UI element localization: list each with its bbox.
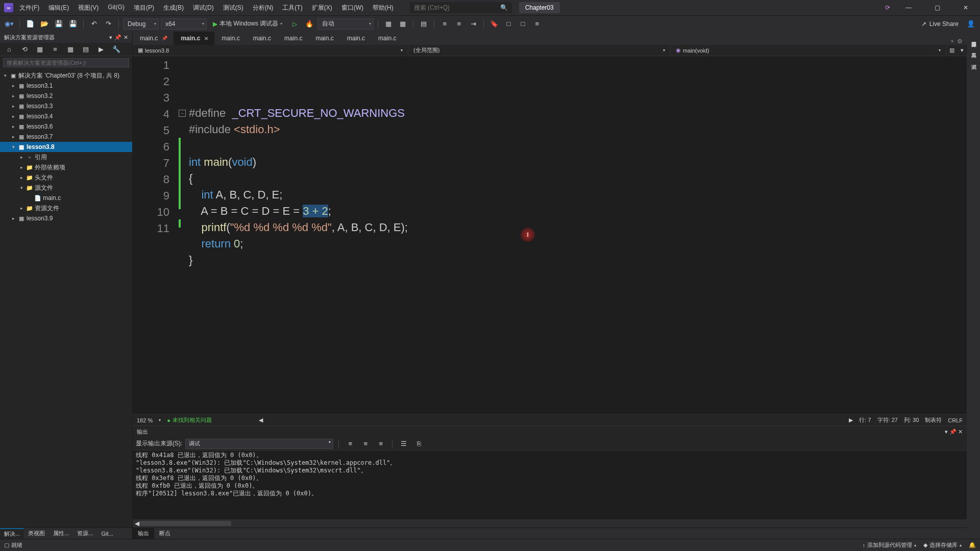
sidebar-tab[interactable]: 解决... [0,528,24,539]
zoom-chevron-icon[interactable]: ▾ [159,418,161,422]
minimize-button[interactable]: — [898,1,919,15]
tb-icon-5[interactable]: □ [517,18,529,30]
out-clear-icon[interactable]: ≡ [359,438,372,450]
auto-hide-icon[interactable]: 📌 [114,34,121,41]
code-line[interactable]: #include <stdio.h> [189,121,408,138]
code-line[interactable]: A = B = C = D = E = 3 + 2; [189,203,408,219]
rail-button[interactable]: 测试 [969,58,978,62]
rail-button[interactable]: 工具箱 [969,47,978,51]
undo-icon[interactable]: ↶ [88,18,100,30]
menu-item[interactable]: 帮助(H) [369,2,398,14]
repo-button[interactable]: ◆ 选择存储库 ▴ [923,541,962,549]
out-find-icon[interactable]: ≡ [344,438,356,450]
tb-icon-2[interactable]: ▦ [397,18,409,30]
editor-tab[interactable]: main.c [308,32,339,45]
solution-node[interactable]: ▾▣解决方案 'Chapter03' (8 个项目, 共 8) [0,70,132,81]
out-wrap-icon[interactable]: ≡ [375,438,387,450]
sync-icon[interactable]: ⟳ [885,4,890,11]
project-folder[interactable]: ▸📁头文件 [0,172,132,183]
fold-icon[interactable]: − [179,110,186,117]
scroll-left-icon[interactable]: ◀ [259,417,263,423]
tab-menu-icon[interactable]: ⚙ [957,38,963,45]
editor-tab[interactable]: main.c✕ [174,32,214,45]
code-line[interactable]: int main(void) [189,154,408,170]
zoom-level[interactable]: 182 % [137,417,153,423]
project-folder[interactable]: ▸📁外部依赖项 [0,162,132,172]
expand-icon[interactable]: ▾ [958,47,967,54]
close-panel-icon[interactable]: ✕ [124,34,128,41]
bookmark-icon[interactable]: 🔖 [488,18,500,30]
project-folder[interactable]: ▸▫引用 [0,152,132,162]
new-file-icon[interactable]: 📄 [24,18,36,30]
menu-item[interactable]: Git(G) [104,2,129,14]
code-line[interactable]: return 0; [189,236,408,252]
expand-icon[interactable]: ▸ [10,83,16,88]
output-hscroll[interactable]: ◀ [133,519,967,528]
expand-icon[interactable]: ▸ [10,216,16,221]
menu-item[interactable]: 窗口(W) [337,2,368,14]
save-all-icon[interactable]: 💾 [67,18,79,30]
sidebar-tab[interactable]: 属性... [49,528,73,539]
tb-icon-3[interactable]: ▤ [418,18,430,30]
maximize-button[interactable]: ▢ [927,1,947,15]
close-button[interactable]: ✕ [955,1,976,15]
sidebar-tab[interactable]: 资源... [73,528,97,539]
scroll-right-icon[interactable]: ▶ [849,417,853,423]
menu-item[interactable]: 编辑(E) [44,2,73,14]
project-node[interactable]: ▸▦lesson3.4 [0,111,132,121]
out-opt-icon[interactable]: ☰ [398,438,410,450]
editor-tab[interactable]: main.c [246,32,277,45]
editor-tab[interactable]: main.c [277,32,308,45]
expand-icon[interactable]: ▾ [2,73,8,78]
output-text[interactable]: 线程 0x41a8 已退出，返回值为 0 (0x0)。 "lesson3.8.e… [133,450,967,519]
code-line[interactable]: printf("%d %d %d %d %d", A, B, C, D, E); [189,219,408,236]
menu-item[interactable]: 调试(D) [189,2,218,14]
sidebar-tab[interactable]: Git... [97,528,117,539]
solution-search-input[interactable] [3,58,129,67]
rail-button[interactable]: 服务器资源管理器 [969,36,978,40]
tb-se-5[interactable]: ▶ [95,43,107,56]
tb-icon-4[interactable]: □ [502,18,514,30]
function-context[interactable]: ◉ main(void) ▾ [671,46,946,55]
back-icon[interactable]: ◉▾ [3,18,15,30]
out-close-icon[interactable]: ✕ [958,429,963,435]
project-node[interactable]: ▸▦lesson3.1 [0,81,132,91]
line-ending[interactable]: CRLF [948,417,963,423]
project-node[interactable]: ▸▦lesson3.6 [0,121,132,132]
project-folder[interactable]: ▾📁源文件 [0,183,132,193]
expand-icon[interactable]: ▸ [10,93,16,98]
redo-icon[interactable]: ↷ [102,18,114,30]
source-file[interactable]: 📄main.c [0,193,132,203]
global-search[interactable]: 🔍 [410,2,512,13]
sync-tree-icon[interactable]: ⟲ [18,43,31,56]
code-line[interactable] [189,138,408,154]
pin-icon[interactable]: 📌 [162,36,167,41]
split-icon[interactable]: ▥ [946,47,958,54]
code-editor[interactable]: 1234567891011 − #define _CRT_SECURE_NO_W… [133,56,967,414]
menu-item[interactable]: 扩展(X) [308,2,336,14]
menu-item[interactable]: 分析(N) [249,2,278,14]
start-debug-button[interactable]: ▶ 本地 Windows 调试器 ▾ [209,18,286,30]
editor-tab[interactable]: main.c [340,32,371,45]
home-icon[interactable]: ⌂ [3,43,15,56]
notifications-icon[interactable]: 🔔 [969,542,976,548]
bottom-tab[interactable]: 断点 [154,528,176,539]
scroll-left-icon[interactable]: ◀ [135,520,139,527]
expand-icon[interactable]: ▸ [18,206,24,211]
scope-context[interactable]: (全局范围) ▾ [408,45,671,55]
menu-item[interactable]: 测试(S) [219,2,248,14]
editor-tab[interactable]: main.c [371,32,402,45]
tb-icon-1[interactable]: ▦ [382,18,395,30]
expand-icon[interactable]: ▸ [18,175,24,180]
project-folder[interactable]: ▸📁资源文件 [0,203,132,213]
platform-dropdown[interactable]: x64 [161,18,207,30]
tab-mode[interactable]: 制表符 [925,416,942,424]
search-input[interactable] [414,4,497,11]
project-node[interactable]: ▸▦lesson3.9 [0,213,132,223]
pin-icon[interactable]: ▾ [109,34,112,41]
project-node[interactable]: ▸▦lesson3.3 [0,101,132,111]
tb-se-1[interactable]: ▦ [34,43,46,56]
no-issues-label[interactable]: ● 未找到相关问题 [167,416,212,424]
indent-icon[interactable]: ⇥ [467,18,479,30]
tab-add-icon[interactable]: + [950,38,954,45]
